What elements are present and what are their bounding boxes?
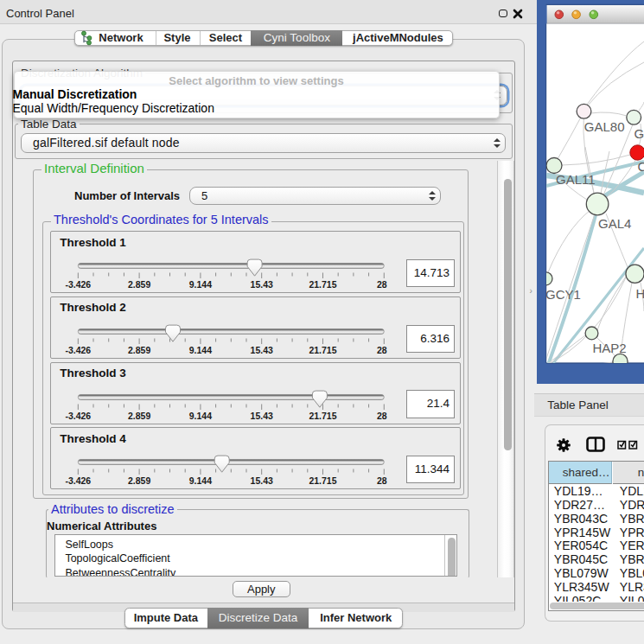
svg-text:28: 28 xyxy=(377,346,387,355)
svg-text:2.859: 2.859 xyxy=(128,281,150,290)
svg-text:2.859: 2.859 xyxy=(128,477,150,487)
svg-text:GA: GA xyxy=(634,126,644,141)
svg-text:21.715: 21.715 xyxy=(309,411,337,421)
svg-text:HAP2: HAP2 xyxy=(592,341,626,355)
svg-text:-3.426: -3.426 xyxy=(66,346,92,355)
svg-text:15.43: 15.43 xyxy=(251,411,273,421)
svg-text:H: H xyxy=(636,286,644,301)
svg-text:15.43: 15.43 xyxy=(251,281,273,290)
svg-text:21.715: 21.715 xyxy=(309,346,337,355)
svg-text:GAL80: GAL80 xyxy=(584,119,625,134)
svg-text:15.43: 15.43 xyxy=(251,346,273,355)
svg-text:28: 28 xyxy=(377,281,387,290)
svg-text:2.859: 2.859 xyxy=(128,346,150,355)
svg-text:21.715: 21.715 xyxy=(309,281,337,290)
svg-text:GAL4: GAL4 xyxy=(598,216,631,231)
svg-text:15.43: 15.43 xyxy=(251,477,273,487)
svg-text:9.144: 9.144 xyxy=(189,281,212,290)
svg-text:-3.426: -3.426 xyxy=(66,281,92,290)
svg-text:-3.426: -3.426 xyxy=(66,411,92,421)
svg-text:-3.426: -3.426 xyxy=(66,477,92,487)
svg-text:9.144: 9.144 xyxy=(189,346,212,355)
svg-text:9.144: 9.144 xyxy=(189,411,212,421)
svg-text:28: 28 xyxy=(377,477,387,487)
svg-text:28: 28 xyxy=(377,411,387,421)
svg-text:C: C xyxy=(638,159,644,174)
svg-text:2.859: 2.859 xyxy=(128,411,150,421)
svg-text:21.715: 21.715 xyxy=(309,477,337,487)
svg-text:9.144: 9.144 xyxy=(189,477,212,487)
svg-text:GAL11: GAL11 xyxy=(556,172,596,187)
svg-text:GCY1: GCY1 xyxy=(545,287,581,302)
